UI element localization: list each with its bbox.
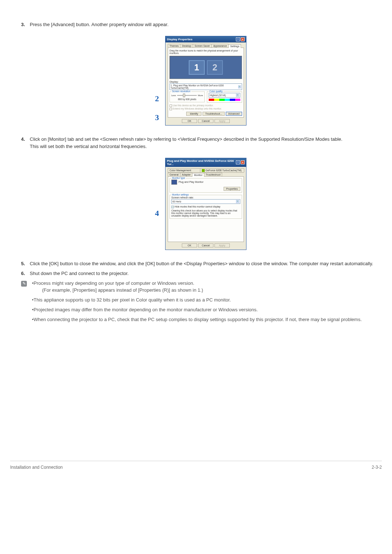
- step-4-sub: This will set both the vertical and hori…: [30, 144, 382, 149]
- note-3: •Projected images may differ from the mo…: [32, 307, 382, 312]
- step-4: 4. Click on [Monitor] tab and set the <S…: [21, 136, 382, 250]
- dialog2-titlebar[interactable]: Plug and Play Monitor and NVIDIA GeForce…: [166, 158, 246, 167]
- tab-adapter[interactable]: Adapter: [180, 173, 193, 176]
- footer-left: Installation and Connection: [10, 465, 63, 470]
- display-dropdown[interactable]: 1. Plug and Play Monitor on NVIDIA GeFor…: [170, 83, 242, 90]
- quality-legend: Color quality: [209, 90, 223, 93]
- callout-3: 3: [155, 113, 159, 122]
- quality-value: Highest (32 bit): [210, 94, 226, 97]
- dropdown-arrow-icon: v: [236, 94, 239, 97]
- figure-1: 2 3 Display Properties ? × Themes Deskto…: [30, 36, 382, 126]
- dropdown-arrow-icon: v: [238, 85, 241, 89]
- apply-button[interactable]: Apply: [215, 243, 230, 247]
- step-4-text: Click on [Monitor] tab and set the <Scre…: [30, 136, 342, 142]
- monitor-settings-legend: Monitor settings: [171, 193, 189, 196]
- display-label: Display:: [170, 81, 242, 83]
- monitor-settings-fieldset: Monitor settings Screen refresh rate: 60…: [170, 195, 242, 219]
- tab-geforce[interactable]: GeForce 6200 TurboCache(TM): [200, 168, 244, 172]
- callout-4: 4: [155, 209, 159, 218]
- tab-settings[interactable]: Settings: [228, 44, 241, 48]
- troubleshoot-button[interactable]: Troubleshoot...: [203, 112, 224, 116]
- monitor-properties-dialog: Plug and Play Monitor and NVIDIA GeForce…: [165, 158, 246, 250]
- nvidia-icon: [202, 169, 205, 172]
- tab-color-mgmt[interactable]: Color Management: [168, 168, 200, 172]
- resolution-slider[interactable]: [177, 95, 197, 96]
- refresh-rate-dropdown[interactable]: 60 Hertz v: [171, 199, 240, 204]
- note-icon: ✎: [21, 281, 27, 287]
- properties-button[interactable]: Properties: [224, 187, 240, 191]
- dialog1-tabs: Themes Desktop Screen Saver Appearance S…: [168, 44, 244, 48]
- monitor-1-icon[interactable]: 1: [189, 60, 205, 75]
- step-3-num: 3.: [21, 22, 25, 27]
- footer: Installation and Connection 2-3-2: [10, 461, 382, 470]
- quality-fieldset: Color quality Highest (32 bit) v: [207, 91, 242, 103]
- cancel-button[interactable]: Cancel: [198, 243, 213, 247]
- resolution-value: 800 by 600 pixels: [171, 98, 203, 100]
- identify-button[interactable]: Identify: [186, 112, 201, 116]
- hide-modes-note: Clearing this check box allows you to se…: [171, 209, 240, 217]
- note-4: •When connecting the projector to a PC, …: [32, 317, 362, 322]
- note-2: •This appliance supports up to 32 bits p…: [32, 297, 382, 303]
- dropdown-arrow-icon: v: [236, 200, 239, 203]
- step-6-num: 6.: [21, 271, 25, 276]
- close-button[interactable]: ×: [241, 160, 245, 164]
- ok-button[interactable]: OK: [182, 119, 197, 123]
- drag-hint: Drag the monitor icons to match the phys…: [170, 49, 242, 54]
- hide-modes-checkbox[interactable]: ✓Hide modes that this monitor cannot dis…: [171, 205, 240, 208]
- step-3-text: Press the [Advanced] button. Another pro…: [30, 22, 168, 27]
- help-button[interactable]: ?: [236, 160, 240, 164]
- tab-themes[interactable]: Themes: [168, 44, 180, 48]
- notes-block: ✎ •Process might vary depending on your …: [21, 280, 382, 327]
- slider-less: Less: [171, 94, 176, 97]
- step-3: 3. Press the [Advanced] button. Another …: [21, 22, 382, 126]
- monitor-type-legend: Monitor type: [171, 177, 186, 179]
- monitor-type-value: Plug and Play Monitor: [179, 181, 203, 183]
- advanced-button[interactable]: Advanced: [226, 112, 242, 116]
- step-6-text: Shut down the PC and connect to the proj…: [30, 271, 128, 276]
- footer-right: 2-3-2: [372, 465, 382, 470]
- monitor-type-fieldset: Monitor type Plug and Play Monitor Prope…: [170, 178, 242, 193]
- display-dropdown-value: 1. Plug and Play Monitor on NVIDIA GeFor…: [171, 84, 238, 89]
- apply-button[interactable]: Apply: [215, 119, 230, 123]
- close-button[interactable]: ×: [241, 37, 245, 41]
- slider-more: More: [198, 94, 203, 97]
- resolution-legend: Screen resolution: [171, 90, 191, 93]
- monitor-icon: [171, 180, 177, 185]
- monitor-arrangement[interactable]: 1 2: [170, 56, 242, 79]
- dialog1-titlebar[interactable]: Display Properties ? ×: [166, 36, 246, 42]
- primary-monitor-checkbox: Use this device as the primary monitor.: [170, 104, 242, 107]
- quality-dropdown[interactable]: Highest (32 bit) v: [209, 93, 240, 98]
- figure-2: 4 Plug and Play Monitor and NVIDIA GeFor…: [30, 158, 382, 250]
- color-bars: [209, 99, 240, 101]
- extend-desktop-checkbox: Extend my Windows desktop onto this moni…: [170, 107, 242, 110]
- dialog2-title: Plug and Play Monitor and NVIDIA GeForce…: [167, 159, 236, 166]
- dialog1-title: Display Properties: [167, 38, 192, 41]
- monitor-2-icon[interactable]: 2: [207, 60, 223, 75]
- help-button[interactable]: ?: [236, 37, 240, 41]
- cancel-button[interactable]: Cancel: [198, 119, 213, 123]
- tab-desktop[interactable]: Desktop: [180, 44, 193, 48]
- display-properties-dialog: Display Properties ? × Themes Desktop Sc…: [165, 36, 246, 126]
- refresh-rate-label: Screen refresh rate:: [171, 196, 240, 199]
- step-5-num: 5.: [21, 261, 25, 266]
- tab-appearance[interactable]: Appearance: [211, 44, 229, 48]
- callout-2: 2: [155, 94, 159, 103]
- note-1: •Process might vary depending on your ty…: [32, 280, 194, 286]
- tab-monitor[interactable]: Monitor: [192, 173, 204, 177]
- tab-troubleshoot[interactable]: Troubleshoot: [204, 173, 222, 176]
- step-4-num: 4.: [21, 136, 25, 142]
- resolution-fieldset: Screen resolution Less More 800 by 600 p…: [170, 91, 205, 102]
- tab-screensaver[interactable]: Screen Saver: [193, 44, 212, 48]
- note-1-sub: (For example, [Properties] appears inste…: [42, 287, 382, 293]
- step-6: 6. Shut down the PC and connect to the p…: [21, 271, 382, 276]
- step-5: 5. Click the [OK] button to close the wi…: [21, 261, 382, 266]
- ok-button[interactable]: OK: [182, 243, 197, 247]
- tab-general[interactable]: General: [168, 173, 180, 176]
- step-5-text: Click the [OK] button to close the windo…: [30, 261, 373, 266]
- refresh-rate-value: 60 Hertz: [172, 200, 181, 203]
